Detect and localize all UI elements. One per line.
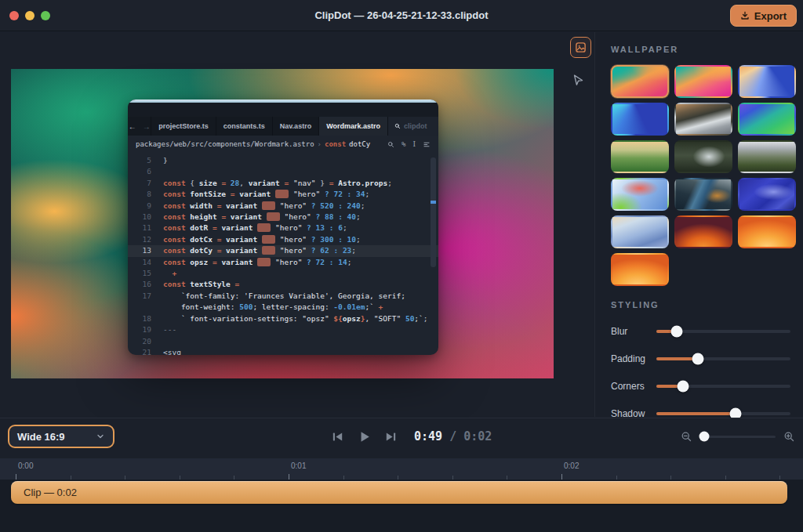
timeline-zoom-thumb[interactable] (699, 432, 709, 442)
editor-tab[interactable]: constants.ts (216, 117, 273, 136)
preview-stage: ← → projectStore.ts constants.ts Nav.ast… (0, 32, 594, 417)
cursor-tool-button[interactable] (568, 70, 589, 91)
wallpaper-thumbnail[interactable] (738, 65, 796, 98)
wallpaper-thumbnail[interactable] (674, 140, 732, 173)
cursor-mode-icon[interactable]: I (412, 140, 416, 148)
breadcrumb-path[interactable]: packages/web/src/components/Wordmark.ast… (136, 140, 314, 148)
timeline-zoom-slider[interactable] (700, 436, 776, 438)
editor-tab-label: Nav.astro (280, 122, 311, 130)
zoom-out-icon[interactable] (681, 431, 692, 443)
download-icon (740, 11, 750, 20)
timeline-clip[interactable]: Clip — 0:02 (11, 481, 787, 504)
timeline-clip-label: Clip — 0:02 (24, 487, 77, 498)
line-number: 21 (128, 347, 151, 355)
code-line: 10const height = variant === "hero" ? 88… (128, 212, 438, 223)
line-number: 6 (128, 166, 151, 177)
slider-label: Corners (611, 381, 656, 392)
slider-track[interactable] (656, 385, 790, 388)
wallpaper-thumbnail[interactable] (674, 65, 732, 98)
image-icon (575, 42, 587, 53)
aspect-ratio-select[interactable]: Wide 16:9 (8, 425, 114, 448)
chevron-down-icon (96, 432, 105, 441)
slider-thumb[interactable] (692, 353, 704, 365)
window-title: ClipDot — 26-04-25-21-12-33.clipdot (0, 9, 803, 21)
code-line: 20 (128, 336, 438, 347)
wallpaper-thumbnail[interactable] (738, 215, 796, 248)
wallpaper-thumbnail[interactable] (611, 140, 669, 173)
editor-search-box[interactable]: clipdot (388, 117, 438, 136)
skip-to-start-button[interactable] (328, 427, 347, 446)
editor-tab[interactable]: Wordmark.astro (319, 117, 388, 136)
skip-to-end-button[interactable] (381, 427, 400, 446)
transport-controls: 0:49 / 0:02 (328, 425, 492, 448)
editor-action-icons: % I (387, 140, 431, 148)
aspect-ratio-value: Wide 16:9 (17, 431, 65, 443)
preview-canvas[interactable]: ← → projectStore.ts constants.ts Nav.ast… (11, 69, 554, 378)
find-icon[interactable] (387, 141, 394, 148)
slider-track[interactable] (656, 330, 790, 333)
line-number: 19 (128, 324, 151, 335)
breadcrumb-symbol-name[interactable]: dotCy (349, 140, 370, 148)
slider-track[interactable] (656, 412, 790, 415)
line-number (128, 302, 151, 313)
slider-thumb[interactable] (678, 381, 689, 393)
editor-tab-label: Wordmark.astro (326, 122, 380, 130)
close-window-button[interactable] (9, 11, 19, 20)
replace-icon[interactable]: % (402, 140, 405, 148)
wallpaper-thumbnail[interactable] (674, 178, 732, 211)
editor-scrollbar[interactable] (431, 157, 436, 267)
zoom-in-icon[interactable] (783, 431, 795, 443)
zoom-window-button[interactable] (41, 11, 50, 20)
editor-tab-label: projectStore.ts (158, 122, 209, 130)
styling-slider-row: Padding (611, 353, 795, 364)
wallpaper-thumbnail[interactable] (611, 215, 669, 248)
ruler-tick-label: 0:02 (564, 461, 579, 470)
wallpaper-thumbnail[interactable] (674, 103, 732, 136)
editor-breadcrumb: packages/web/src/components/Wordmark.ast… (128, 136, 438, 153)
wallpaper-thumbnail[interactable] (611, 178, 669, 211)
wallpaper-thumbnail[interactable] (738, 103, 796, 136)
play-button[interactable] (354, 427, 373, 446)
slider-fill (656, 412, 736, 415)
line-number: 13 (128, 245, 151, 256)
editor-tab-bar: ← → projectStore.ts constants.ts Nav.ast… (128, 117, 438, 136)
editor-tab[interactable]: projectStore.ts (151, 117, 216, 136)
forward-arrow-icon[interactable]: → (143, 122, 151, 131)
code-line: 11const dotR = variant === "hero" ? 13 :… (128, 223, 438, 233)
ruler-major-tick: 0:02 (561, 474, 562, 480)
line-number: 12 (128, 234, 151, 245)
recorded-window[interactable]: ← → projectStore.ts constants.ts Nav.ast… (128, 100, 438, 355)
code-line: 18 ` font-variation-settings: "opsz" ${o… (128, 313, 438, 324)
slider-label: Blur (611, 326, 656, 337)
editor-tab[interactable]: Nav.astro (273, 117, 319, 136)
line-number: 5 (128, 155, 151, 166)
editor-search-text: clipdot (404, 122, 427, 130)
title-bar: ClipDot — 26-04-25-21-12-33.clipdot Expo… (0, 0, 803, 31)
wallpaper-thumbnail[interactable] (738, 178, 796, 211)
total-time: 0:02 (463, 429, 492, 443)
wallpaper-thumbnail[interactable] (611, 103, 669, 136)
split-editor-icon[interactable] (423, 141, 431, 148)
wallpaper-thumbnail[interactable] (611, 253, 669, 286)
back-arrow-icon[interactable]: ← (129, 122, 136, 131)
code-line: 6 (128, 166, 438, 177)
code-line: 12const dotCx = variant === "hero" ? 300… (128, 234, 438, 245)
wallpaper-thumbnail[interactable] (674, 215, 732, 248)
minimize-window-button[interactable] (25, 11, 35, 20)
time-separator: / (442, 429, 463, 443)
breadcrumb-symbol-keyword: const (325, 140, 346, 148)
code-line: 13const dotCy = variant === "hero" ? 62 … (128, 245, 438, 256)
export-button[interactable]: Export (730, 5, 797, 27)
timeline-ruler[interactable]: 0:000:010:02 (0, 458, 803, 480)
right-sidebar: WALLPAPER STYLING Blur Padding (594, 32, 803, 417)
editor-titlebar (128, 103, 438, 117)
slider-thumb[interactable] (670, 326, 682, 338)
wallpaper-thumbnail[interactable] (738, 140, 796, 173)
background-image-tool-button[interactable] (570, 37, 591, 58)
code-line: 16const textStyle = (128, 279, 438, 290)
line-number: 18 (128, 313, 151, 324)
code-line: 15 + (128, 268, 438, 279)
code-line: 21<svg (128, 347, 438, 355)
wallpaper-thumbnail[interactable] (611, 65, 669, 98)
slider-track[interactable] (656, 357, 790, 360)
